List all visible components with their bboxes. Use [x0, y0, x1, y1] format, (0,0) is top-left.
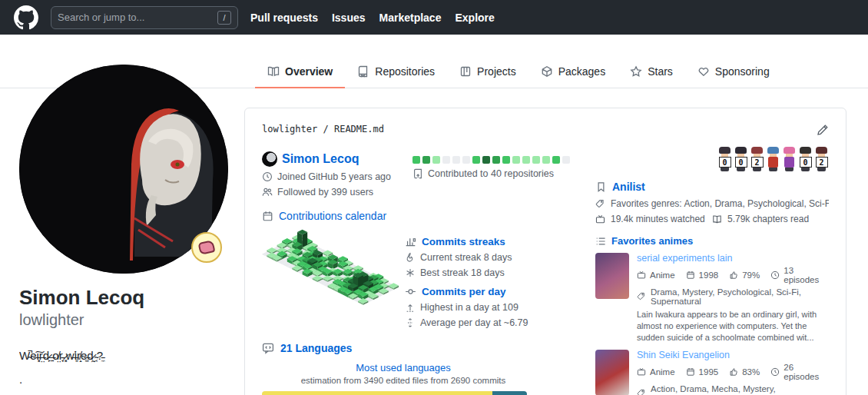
- package-icon: [541, 65, 553, 78]
- chapters-read-text: 5.79k chapters read: [727, 214, 809, 224]
- calendar-icon: [262, 211, 273, 222]
- favorites-animes-link[interactable]: Favorites animes: [611, 235, 693, 247]
- list-icon: [595, 236, 606, 247]
- slash-key-hint: /: [217, 11, 231, 25]
- tag-icon: [637, 292, 646, 301]
- anime-title-link[interactable]: serial experiments lain: [637, 253, 829, 264]
- tab-repositories[interactable]: Repositories: [345, 58, 447, 88]
- minutes-watched-text: 19.4k minutes watched: [611, 214, 705, 224]
- contribution-square: [442, 156, 450, 164]
- github-logo-icon[interactable]: [14, 5, 38, 30]
- thumbs-up-icon: [729, 367, 738, 377]
- clock-icon: [770, 271, 780, 280]
- contribution-square: [532, 156, 540, 164]
- contributions-calendar-link[interactable]: Contributions calendar: [279, 210, 386, 222]
- contribution-square: [522, 156, 530, 164]
- top-nav-link[interactable]: Pull requests: [250, 12, 318, 24]
- status-emoji-badge[interactable]: [191, 232, 222, 263]
- top-nav-link[interactable]: Marketplace: [379, 12, 442, 24]
- readme-breadcrumb: lowlighter / README.md: [262, 124, 384, 134]
- tv-icon: [637, 367, 646, 377]
- top-nav-link[interactable]: Explore: [455, 12, 494, 24]
- tag-icon: [595, 199, 605, 209]
- languages-stacked-bar: [262, 391, 527, 395]
- pixel-sprite: [782, 147, 797, 171]
- contribution-square: [432, 156, 440, 164]
- top-nav-link[interactable]: Issues: [332, 12, 366, 24]
- tv-icon: [595, 214, 605, 224]
- pixel-sprite: 2: [750, 147, 764, 171]
- clock-icon: [262, 171, 273, 182]
- tab-packages[interactable]: Packages: [528, 58, 618, 88]
- favorite-genres-text: Favorites genres: Action, Drama, Psychol…: [611, 198, 829, 209]
- best-streak-text: Best streak 18 days: [420, 267, 505, 278]
- bookmark-icon: [595, 181, 607, 193]
- anime-description: Lain Iwakura appears to be an ordinary g…: [637, 309, 829, 344]
- profile-username: lowlighter: [19, 311, 234, 329]
- readme-owner[interactable]: lowlighter: [262, 124, 317, 134]
- asterisk-star-icon: [405, 267, 416, 278]
- global-search[interactable]: /: [51, 6, 238, 29]
- top-nav-links: Pull requestsIssuesMarketplaceExplore: [250, 12, 495, 24]
- contribution-square: [512, 156, 520, 164]
- bar-chart-icon: [405, 236, 416, 247]
- flame-icon: [405, 252, 416, 263]
- readme-mini-avatar: [262, 151, 277, 167]
- project-icon: [459, 65, 472, 78]
- readme-profile-name-link[interactable]: Simon Lecoq: [282, 152, 359, 166]
- arrow-up-icon: [405, 302, 416, 313]
- favorite-anime-entry: Shin Seiki Evangelion Anime 1995 83% 26 …: [595, 350, 829, 395]
- heart-icon: [697, 65, 710, 78]
- contribution-square: [452, 156, 460, 164]
- star-icon: [630, 65, 642, 78]
- most-used-languages-link[interactable]: Most used languages: [356, 362, 451, 373]
- tab-stars[interactable]: Stars: [618, 58, 685, 88]
- anime-title-link[interactable]: Shin Seiki Evangelion: [637, 350, 829, 360]
- contribution-square: [462, 156, 470, 164]
- contribution-square: [492, 156, 500, 164]
- pixel-sprites-counter: 0 0 2 0 2: [595, 139, 829, 171]
- languages-link[interactable]: 21 Languages: [280, 342, 352, 354]
- search-input[interactable]: [58, 12, 213, 23]
- language-bar-segment: [492, 391, 527, 395]
- followed-text: Followed by 399 users: [277, 187, 373, 198]
- profile-readme-card: lowlighter / README.md Simon Lecoq Joine…: [244, 108, 846, 395]
- contribution-square: [472, 156, 480, 164]
- anime-cover-thumbnail[interactable]: [595, 350, 629, 395]
- contribution-square: [412, 156, 420, 164]
- repo-icon: [357, 65, 369, 78]
- top-navigation-bar: / Pull requestsIssuesMarketplaceExplore: [0, 0, 868, 35]
- average-day-text: Average per day at ~6.79: [420, 317, 528, 328]
- readme-filename[interactable]: README.md: [334, 124, 384, 134]
- tv-icon: [637, 271, 646, 280]
- tab-projects[interactable]: Projects: [447, 58, 528, 88]
- clock-icon: [770, 367, 780, 377]
- tab-sponsoring[interactable]: Sponsoring: [685, 58, 782, 88]
- anilist-link[interactable]: Anilist: [612, 181, 645, 193]
- profile-full-name: Simon Lecoq: [19, 286, 234, 310]
- arrows-average-icon: [405, 317, 416, 328]
- commits-streaks-link[interactable]: Commits streaks: [422, 236, 505, 247]
- contribution-square: [422, 156, 430, 164]
- commits-per-day-link[interactable]: Commits per day: [422, 286, 506, 297]
- anime-cover-thumbnail[interactable]: [595, 253, 629, 299]
- commit-icon: [405, 286, 416, 297]
- calendar-icon: [686, 367, 695, 377]
- languages-estimation-note: estimation from 3490 edited files from 2…: [262, 376, 545, 385]
- profile-sidebar: Simon Lecoq lowlighter W̴̚e̶͠i̵͓r̶̤d̷̙ ̶…: [19, 65, 234, 387]
- highest-day-text: Highest in a day at 109: [420, 302, 518, 313]
- pixel-sprite: 0: [734, 147, 748, 171]
- tab-overview[interactable]: Overview: [255, 58, 345, 88]
- pixel-sprite: 0: [798, 147, 813, 171]
- edit-readme-pencil-icon[interactable]: [817, 124, 829, 136]
- contributed-text: Contributed to 40 repositories: [428, 168, 554, 179]
- profile-bio: W̴̚e̶͠i̵͓r̶̤d̷̙ ̶͍o̸̤r̵̟ ̷͓w̶̛i̵̻r̸̝e̶͚d…: [19, 349, 234, 387]
- calendar-icon: [686, 271, 695, 280]
- pixel-sprite: 0: [717, 147, 732, 171]
- isometric-contributions-chart: [262, 228, 405, 328]
- book-open-icon: [712, 214, 722, 224]
- repo-push-icon: [412, 168, 423, 179]
- favorite-anime-entry: serial experiments lain Anime 1998 79% 1…: [595, 253, 829, 344]
- pink-creature-emoji: [198, 240, 216, 255]
- thumbs-up-icon: [729, 271, 738, 280]
